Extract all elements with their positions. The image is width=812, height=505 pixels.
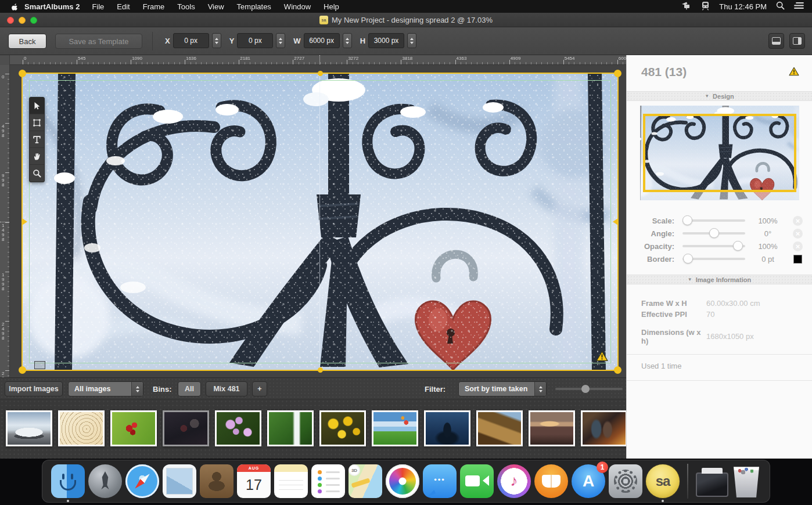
thumbnail-white-car[interactable] [6, 410, 52, 446]
menu-clock[interactable]: Thu 12:46 PM [719, 2, 767, 11]
dock-itunes-icon[interactable]: ♪ [497, 464, 531, 498]
slider-knob-scale[interactable] [682, 215, 692, 225]
low-resolution-warning-icon[interactable] [596, 351, 608, 364]
selection-handle-bottom-right[interactable] [614, 366, 621, 374]
panel-warning-icon[interactable] [789, 67, 799, 78]
border-color-swatch[interactable] [793, 255, 802, 264]
stepper-control[interactable] [407, 33, 416, 48]
dock-contacts-icon[interactable] [200, 464, 233, 498]
dock-notes-icon[interactable] [274, 464, 308, 498]
thumbnail-lilac-flowers[interactable] [215, 410, 261, 446]
stepper-control[interactable] [212, 33, 221, 48]
menu-item-file[interactable]: File [85, 2, 110, 11]
spotlight-search-icon[interactable] [776, 1, 785, 12]
slider-track-angle[interactable] [682, 232, 745, 235]
slider-knob-opacity[interactable] [733, 241, 743, 251]
dock-facetime-icon[interactable] [460, 464, 494, 498]
thumbnail-yellow-flowers[interactable] [319, 410, 366, 446]
close-window-button[interactable] [7, 17, 14, 24]
stepper-control[interactable] [343, 33, 352, 48]
select-tool[interactable] [30, 98, 44, 114]
selection-handle-bottom-center[interactable] [318, 367, 323, 373]
dock-trash-icon[interactable] [732, 465, 761, 497]
bin-mix-481-button[interactable]: Mix 481 [206, 381, 247, 396]
menu-item-view[interactable]: View [202, 2, 231, 11]
selected-photo-frame[interactable] [23, 74, 617, 370]
dock-reminders-icon[interactable] [311, 464, 345, 498]
menu-app-name[interactable]: SmartAlbums 2 [24, 2, 80, 11]
crop-rectangle[interactable] [643, 114, 796, 192]
slider-track-scale[interactable] [682, 219, 745, 222]
thumbnail-snow-gunslinger[interactable] [424, 410, 470, 446]
zoom-window-button[interactable] [30, 17, 37, 24]
thumbnail-size-knob[interactable] [581, 385, 590, 393]
slider-track-opacity[interactable] [682, 245, 745, 247]
selection-handle-mid-right[interactable] [613, 218, 618, 225]
thumbnail-certificate[interactable] [58, 410, 105, 446]
thumbnail-size-slider[interactable] [555, 388, 623, 390]
menu-item-help[interactable]: Help [317, 2, 346, 11]
thumbnail-game-characters[interactable] [581, 410, 626, 446]
save-as-template-button[interactable]: Save as Template [55, 34, 142, 49]
toggle-side-panel-button[interactable] [789, 33, 805, 49]
text-tool[interactable] [30, 131, 44, 148]
dock-system-preferences-icon[interactable] [609, 464, 642, 498]
stepper-up-icon[interactable] [215, 38, 218, 40]
stepper-up-icon[interactable] [410, 38, 414, 40]
design-preview[interactable] [640, 106, 799, 200]
add-bin-button[interactable]: + [252, 381, 267, 396]
stepper-down-icon[interactable] [410, 42, 414, 44]
library-select[interactable]: All images [68, 381, 143, 396]
selection-handle-top-left[interactable] [19, 70, 26, 77]
dock-maps-icon[interactable]: 3D [348, 464, 382, 498]
dock-safari-icon[interactable] [125, 464, 159, 498]
reset-scale-button[interactable] [793, 216, 803, 226]
menu-item-window[interactable]: Window [278, 2, 317, 11]
dock-downloads-icon[interactable] [696, 472, 728, 497]
import-images-button[interactable]: Import Images [5, 381, 63, 396]
train-status-icon[interactable] [701, 1, 710, 12]
selection-handle-mid-left[interactable] [22, 218, 27, 225]
dock-app-store-icon[interactable]: A1 [572, 464, 605, 498]
toggle-filmstrip-panel-button[interactable] [768, 33, 784, 49]
design-section-header[interactable]: ▼ Design [627, 91, 812, 101]
menu-item-frame[interactable]: Frame [136, 2, 171, 11]
dock-calendar-icon[interactable]: AUG17 [237, 464, 271, 498]
selection-handle-bottom-left[interactable] [19, 366, 26, 374]
menu-item-edit[interactable]: Edit [110, 2, 136, 11]
menu-item-templates[interactable]: Templates [231, 2, 278, 11]
thumbnail-waterfall[interactable] [267, 410, 314, 446]
stepper-up-icon[interactable] [346, 38, 349, 40]
camera-status-icon[interactable] [681, 1, 692, 12]
slider-track-border[interactable] [682, 258, 745, 260]
zoom-tool[interactable] [30, 165, 44, 182]
thumbnail-desert-ruins[interactable] [476, 410, 523, 446]
dock-ibooks-icon[interactable] [534, 464, 568, 498]
thumbnail-red-roses[interactable] [110, 410, 157, 446]
stepper-control[interactable] [276, 33, 285, 48]
minimize-window-button[interactable] [19, 17, 26, 24]
slider-knob-border[interactable] [683, 254, 693, 264]
slider-knob-angle[interactable] [709, 228, 719, 238]
thumbnail-sunset-coast[interactable] [529, 410, 575, 446]
dock-mail-icon[interactable] [163, 464, 196, 498]
stepper-down-icon[interactable] [346, 42, 349, 44]
dock-finder-icon[interactable] [51, 464, 85, 498]
field-value-w[interactable]: 6000 px [304, 33, 340, 48]
field-value-h[interactable]: 3000 px [368, 33, 404, 48]
sort-select[interactable]: Sort by time taken [458, 381, 547, 396]
document-proxy-icon[interactable]: sa [319, 16, 328, 24]
thumbnail-balloon-landscape[interactable] [372, 410, 418, 446]
apple-menu-icon[interactable] [10, 2, 19, 11]
stepper-down-icon[interactable] [279, 42, 282, 44]
selection-handle-top-right[interactable] [614, 70, 621, 77]
reset-angle-button[interactable] [793, 229, 803, 239]
bin-all-button[interactable]: All [178, 381, 201, 396]
hand-tool[interactable] [30, 148, 44, 165]
menu-item-tools[interactable]: Tools [171, 2, 201, 11]
dock-launchpad-icon[interactable] [88, 464, 122, 498]
reset-opacity-button[interactable] [793, 241, 803, 251]
design-canvas[interactable] [10, 65, 626, 377]
notification-center-icon[interactable] [794, 2, 804, 11]
frame-tool[interactable] [30, 114, 44, 131]
